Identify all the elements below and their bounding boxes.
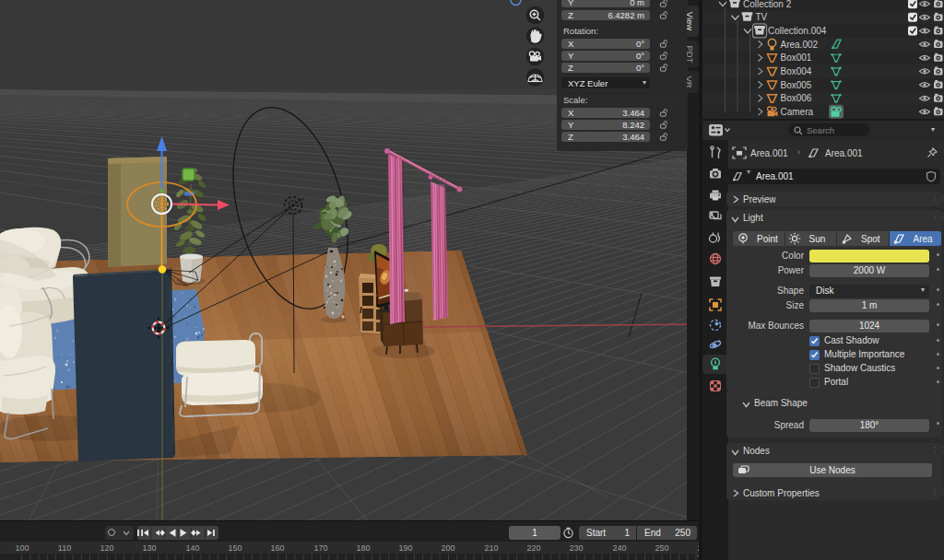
svg-text:Camera: Camera bbox=[781, 107, 814, 117]
svg-text:230: 230 bbox=[569, 543, 583, 553]
svg-text:Box004: Box004 bbox=[781, 66, 812, 76]
svg-text:200: 200 bbox=[441, 543, 454, 553]
svg-text:Box005: Box005 bbox=[781, 80, 812, 90]
svg-text:170: 170 bbox=[313, 543, 327, 553]
svg-text:180: 180 bbox=[356, 543, 370, 553]
svg-text:190: 190 bbox=[398, 543, 412, 553]
svg-text:110: 110 bbox=[58, 543, 71, 553]
svg-text:210: 210 bbox=[484, 543, 498, 553]
svg-text:160: 160 bbox=[270, 543, 284, 553]
svg-text:250: 250 bbox=[655, 543, 668, 553]
svg-text:220: 220 bbox=[526, 543, 540, 553]
svg-text:Box001: Box001 bbox=[781, 52, 812, 63]
svg-text:Area.002: Area.002 bbox=[781, 40, 819, 50]
svg-text:100: 100 bbox=[15, 543, 29, 553]
svg-text:Collection 2: Collection 2 bbox=[743, 0, 792, 9]
svg-text:140: 140 bbox=[185, 543, 199, 553]
svg-text:150: 150 bbox=[228, 543, 242, 553]
svg-text:120: 120 bbox=[100, 543, 113, 553]
svg-text:130: 130 bbox=[142, 543, 156, 553]
svg-text:TV: TV bbox=[756, 12, 768, 22]
svg-text:240: 240 bbox=[612, 543, 626, 553]
svg-text:Collection.004: Collection.004 bbox=[768, 26, 827, 36]
svg-text:Box006: Box006 bbox=[781, 93, 812, 103]
